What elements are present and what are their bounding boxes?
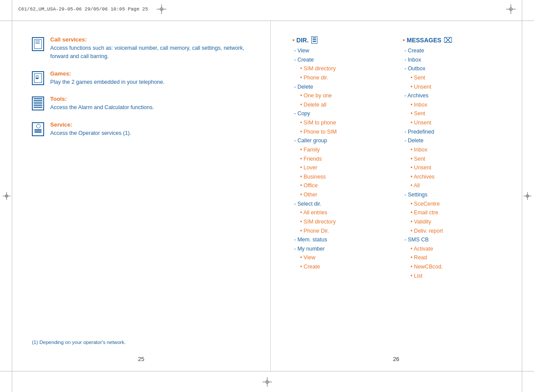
page-number-25: 25: [138, 356, 144, 362]
list-item: • Email ctre: [403, 208, 509, 217]
list-item: - Inbox: [403, 55, 509, 65]
list-item: • Unsent: [403, 118, 509, 127]
list-item: • Activate: [403, 244, 509, 254]
dir-title-row: • DIR.: [293, 36, 399, 44]
games-desc: Play the 2 games embedded in your teleph…: [50, 78, 165, 86]
list-item: • Other: [293, 190, 399, 199]
service-desc: Access the Operator services (1).: [50, 129, 131, 138]
list-item: • Business: [293, 172, 399, 182]
list-item: • Inbox: [403, 100, 509, 110]
list-item: - Archives: [403, 91, 509, 100]
call-services-title: Call services:: [50, 36, 248, 43]
list-item: • Unsent: [403, 83, 509, 92]
list-item: • All entries: [293, 208, 399, 217]
list-item: • Deliv. report: [403, 227, 509, 236]
list-item: - Select dir.: [293, 199, 399, 209]
dir-column: • DIR. - View- Create• SIM directory• Ph…: [293, 36, 399, 345]
print-info: C61/62_UM_USA-29-05-06 29/05/06 10:05 Pa…: [18, 7, 148, 12]
list-item: • Sent: [403, 73, 509, 83]
section-games: Games: Play the 2 games embedded in your…: [32, 70, 248, 86]
footnote-text: (1) Depending on your operator's network…: [32, 340, 126, 345]
list-item: • Phone Dir.: [293, 227, 399, 236]
list-item: - Mem. status: [293, 235, 399, 244]
reg-mark-top: [157, 4, 166, 14]
list-item: • SIM directory: [293, 217, 399, 227]
service-icon: [32, 122, 44, 136]
list-item: - Settings: [403, 190, 509, 199]
messages-column: • MESSAGES - Create- Inbox- Outbox• Sent…: [403, 36, 509, 345]
list-item: • Sent: [403, 109, 509, 118]
section-tools: Tools: Access the Alarm and Calculator f…: [32, 96, 248, 112]
list-item: • Inbox: [403, 145, 509, 155]
list-item: • View: [293, 253, 399, 262]
reg-mark-right-top: [506, 4, 516, 14]
list-item: • Phone dir.: [293, 73, 399, 83]
service-text: Service: Access the Operator services (1…: [50, 121, 131, 138]
dir-tree: - View- Create• SIM directory• Phone dir…: [293, 46, 399, 272]
messages-title: MESSAGES: [407, 37, 441, 44]
messages-bullet: •: [403, 36, 405, 44]
list-item: • Friends: [293, 155, 399, 164]
list-item: • Family: [293, 145, 399, 155]
list-item: • Validity: [403, 217, 509, 227]
dir-bullet: •: [293, 36, 295, 44]
messages-title-row: • MESSAGES: [403, 36, 509, 44]
messages-icon: [444, 37, 452, 43]
list-item: • Phone to SIM: [293, 127, 399, 137]
messages-tree: - Create- Inbox- Outbox• Sent• Unsent- A…: [403, 46, 509, 280]
list-item: • Sent: [403, 155, 509, 164]
footnote: (1) Depending on your operator's network…: [32, 340, 126, 345]
tools-desc: Access the Alarm and Calculator function…: [50, 103, 154, 112]
dir-title: DIR.: [296, 37, 309, 44]
list-item: • One by one: [293, 91, 399, 100]
reg-mark-left-mid: [3, 192, 10, 200]
page-number-26: 26: [393, 356, 399, 362]
list-item: • Delete all: [293, 100, 399, 110]
tools-text: Tools: Access the Alarm and Calculator f…: [50, 96, 154, 112]
list-item: • SIM directory: [293, 64, 399, 73]
list-item: • NewCBcod.: [403, 262, 509, 272]
list-item: • Archives: [403, 172, 509, 182]
list-item: • All: [403, 181, 509, 190]
list-item: • Lover: [293, 163, 399, 172]
tools-title: Tools:: [50, 96, 154, 102]
list-item: - View: [293, 46, 399, 55]
reg-mark-bottom-center: [262, 377, 272, 387]
section-call-services: Call services: Access functions such as:…: [32, 36, 248, 61]
list-item: • Create: [293, 262, 399, 272]
dir-icon: [311, 36, 317, 44]
page-26: • DIR. - View- Create• SIM directory• Ph…: [271, 21, 522, 371]
list-item: • List: [403, 272, 509, 281]
games-title: Games:: [50, 70, 165, 77]
games-text: Games: Play the 2 games embedded in your…: [50, 70, 165, 86]
list-item: - My number: [293, 244, 399, 254]
tools-icon: [32, 96, 44, 110]
list-item: • Office: [293, 181, 399, 190]
reg-mark-right-mid: [524, 192, 531, 200]
section-service: Service: Access the Operator services (1…: [32, 121, 248, 138]
list-item: - Delete: [403, 136, 509, 145]
list-item: - Predefined: [403, 127, 509, 137]
list-item: • Unsent: [403, 163, 509, 172]
page-25: Call services: Access functions such as:…: [12, 21, 271, 371]
games-icon: [32, 71, 44, 85]
list-item: - Caller group: [293, 136, 399, 145]
call-services-desc: Access functions such as: voicemail numb…: [50, 44, 248, 61]
main-content: Call services: Access functions such as:…: [12, 21, 522, 371]
call-services-icon: [32, 37, 44, 51]
list-item: • SIM to phone: [293, 118, 399, 127]
list-item: - Create: [293, 55, 399, 65]
list-item: - Delete: [293, 83, 399, 92]
header-bar: C61/62_UM_USA-29-05-06 29/05/06 10:05 Pa…: [18, 4, 516, 14]
list-item: • SceCentre: [403, 199, 509, 209]
list-item: - Copy: [293, 109, 399, 118]
list-item: • Read: [403, 253, 509, 262]
list-item: - Outbox: [403, 64, 509, 73]
call-services-text: Call services: Access functions such as:…: [50, 36, 248, 61]
service-title: Service:: [50, 121, 131, 128]
list-item: - SMS CB: [403, 235, 509, 244]
list-item: - Create: [403, 46, 509, 55]
